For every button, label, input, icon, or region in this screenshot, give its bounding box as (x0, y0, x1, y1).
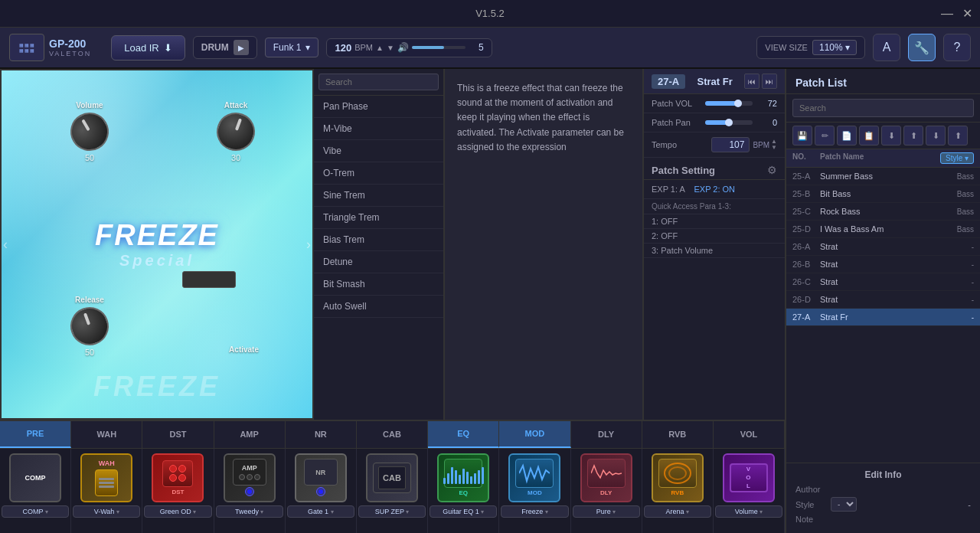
effect-selector-amp[interactable]: Tweedy ▾ (216, 505, 283, 518)
effect-block-vol[interactable]: V O L Volume ▾ (714, 449, 785, 533)
volume-slider[interactable] (412, 46, 466, 49)
title-bar: V1.5.2 — ✕ (0, 0, 980, 28)
signal-btn-dst[interactable]: DST (142, 421, 214, 448)
effect-block-amp[interactable]: AMP Tweedy ▾ (214, 449, 286, 533)
style-select[interactable]: - (831, 497, 857, 512)
patch-import-button[interactable]: ⬇ (881, 126, 901, 146)
effect-item-pan-phase[interactable]: Pan Phase (314, 96, 443, 118)
pli-style: - (972, 243, 974, 251)
patch-setting-gear[interactable]: ⚙ (767, 164, 777, 176)
patch-list-item-2[interactable]: 25-C Rock Bass Bass (786, 203, 980, 221)
signal-btn-amp[interactable]: AMP (214, 421, 286, 448)
volume-knob[interactable] (64, 106, 116, 158)
main-toolbar: ▦▦▦ ▦▦▦ GP-200 VALETON Load IR ⬇ DRUM ▶ … (0, 28, 980, 69)
effect-block-dst[interactable]: DST Green OD ▾ (142, 449, 214, 533)
patch-list-item-0[interactable]: 25-A Summer Bass Bass (786, 168, 980, 185)
patch-list-item-3[interactable]: 25-D I Was a Bass Am Bass (786, 221, 980, 238)
effect-selector-wah[interactable]: V-Wah ▾ (73, 505, 140, 518)
effect-item-auto-swell[interactable]: Auto Swell (314, 296, 443, 318)
effect-item-sine-trem[interactable]: Sine Trem (314, 185, 443, 207)
patch-top-button[interactable]: ⬆ (948, 126, 968, 146)
app-version: V1.5.2 (475, 8, 505, 19)
effect-selector-mod[interactable]: Freeze ▾ (501, 505, 568, 518)
patch-prev-button[interactable]: ⏮ (744, 74, 760, 89)
patch-list-item-1[interactable]: 25-B Bit Bass Bass (786, 185, 980, 203)
patch-copy-button[interactable]: 📄 (837, 126, 857, 146)
effect-selector-rvb[interactable]: Arena ▾ (644, 505, 711, 518)
effect-selector-dly[interactable]: Pure ▾ (573, 505, 640, 518)
patch-list-search-input[interactable] (792, 99, 974, 117)
patch-vol-label: Patch VOL (652, 99, 705, 108)
effect-block-cab[interactable]: CAB SUP ZEP ▾ (357, 449, 428, 533)
view-size-value[interactable]: 110% ▾ (812, 40, 857, 55)
signal-chain: PREWAHDSTAMPNRCABEQMODDLYRVBVOL COMP COM… (0, 420, 785, 533)
patch-down-button[interactable]: ⬇ (926, 126, 946, 146)
patch-save-button[interactable]: 💾 (792, 126, 812, 146)
preset-selector[interactable]: Funk 1 ▾ (265, 38, 319, 57)
signal-btn-pre[interactable]: PRE (0, 421, 71, 448)
patch-list-item-5[interactable]: 26-B Strat - (786, 256, 980, 273)
author-row: Author (795, 485, 971, 494)
patch-next-button[interactable]: ⏭ (762, 74, 777, 89)
signal-btn-vol[interactable]: VOL (714, 421, 785, 448)
effect-block-eq[interactable]: EQ Guitar EQ 1 ▾ (428, 449, 499, 533)
pedal-scroll-right[interactable]: › (306, 237, 311, 253)
effect-item-bit-smash[interactable]: Bit Smash (314, 273, 443, 296)
bpm-up-icon[interactable]: ▲ (376, 44, 384, 52)
effect-selector-nr[interactable]: Gate 1 ▾ (287, 505, 354, 518)
patch-edit-button[interactable]: ✏ (815, 126, 835, 146)
patch-number: 27-A (652, 74, 685, 89)
signal-btn-nr[interactable]: NR (286, 421, 357, 448)
effect-item-vibe[interactable]: Vibe (314, 140, 443, 162)
load-ir-button[interactable]: Load IR ⬇ (111, 35, 185, 60)
signal-buttons: PREWAHDSTAMPNRCABEQMODDLYRVBVOL (0, 421, 785, 449)
wrench-button[interactable]: 🔧 (908, 34, 936, 61)
effect-block-dly[interactable]: DLY Pure ▾ (571, 449, 642, 533)
bpm-down-icon[interactable]: ▼ (387, 44, 394, 52)
patch-pan-slider[interactable] (705, 120, 753, 125)
attack-knob[interactable] (211, 107, 260, 156)
patch-list-item-6[interactable]: 26-C Strat - (786, 273, 980, 291)
effect-search-input[interactable] (318, 74, 439, 90)
signal-btn-cab[interactable]: CAB (357, 421, 428, 448)
patch-vol-slider[interactable] (705, 101, 753, 106)
close-button[interactable]: ✕ (960, 7, 974, 21)
effect-selector-vol[interactable]: Volume ▾ (715, 505, 782, 518)
quick-item-2: 3: Patch Volume (644, 244, 785, 258)
font-button[interactable]: A (873, 34, 900, 61)
patch-up-button[interactable]: ⬆ (903, 126, 923, 146)
effect-selector-comp[interactable]: COMP ▾ (2, 505, 69, 518)
effect-selector-cab[interactable]: SUP ZEP ▾ (358, 505, 426, 518)
patch-list-item-8[interactable]: 27-A Strat Fr - (786, 309, 980, 326)
effect-block-wah[interactable]: WAH V-Wah ▾ (71, 449, 142, 533)
effect-item-detune[interactable]: Detune (314, 251, 443, 273)
pedal-scroll-left[interactable]: ‹ (3, 237, 8, 253)
tempo-down-arrow[interactable]: ▼ (771, 145, 777, 151)
drum-play-button[interactable]: ▶ (234, 40, 249, 55)
effect-block-mod[interactable]: MOD Freeze ▾ (499, 449, 570, 533)
pli-name: Strat (820, 277, 972, 286)
effect-block-rvb[interactable]: RVB Arena ▾ (642, 449, 714, 533)
effect-block-nr[interactable]: NR Gate 1 ▾ (286, 449, 357, 533)
patch-list-item-7[interactable]: 26-D Strat - (786, 291, 980, 309)
effect-item-o-trem[interactable]: O-Trem (314, 162, 443, 185)
signal-btn-wah[interactable]: WAH (71, 421, 142, 448)
col-style-header[interactable]: Style ▾ (940, 152, 974, 164)
effect-item-bias-trem[interactable]: Bias Trem (314, 229, 443, 251)
help-button[interactable]: ? (943, 34, 971, 61)
effect-selector-dst[interactable]: Green OD ▾ (144, 505, 211, 518)
signal-btn-dly[interactable]: DLY (571, 421, 642, 448)
effect-item-m-vibe[interactable]: M-Vibe (314, 118, 443, 140)
tempo-input[interactable] (711, 137, 750, 152)
minimize-button[interactable]: — (940, 7, 954, 21)
patch-list-item-4[interactable]: 26-A Strat - (786, 238, 980, 256)
signal-btn-eq[interactable]: EQ (428, 421, 499, 448)
effect-selector-eq[interactable]: Guitar EQ 1 ▾ (430, 505, 497, 518)
effect-block-comp[interactable]: COMP COMP ▾ (0, 449, 71, 533)
signal-btn-mod[interactable]: MOD (499, 421, 570, 448)
effect-item-triangle-trem[interactable]: Triangle Trem (314, 207, 443, 229)
signal-btn-rvb[interactable]: RVB (642, 421, 714, 448)
activate-button[interactable] (182, 271, 236, 288)
patch-paste-button[interactable]: 📋 (859, 126, 879, 146)
release-knob[interactable] (65, 302, 114, 351)
